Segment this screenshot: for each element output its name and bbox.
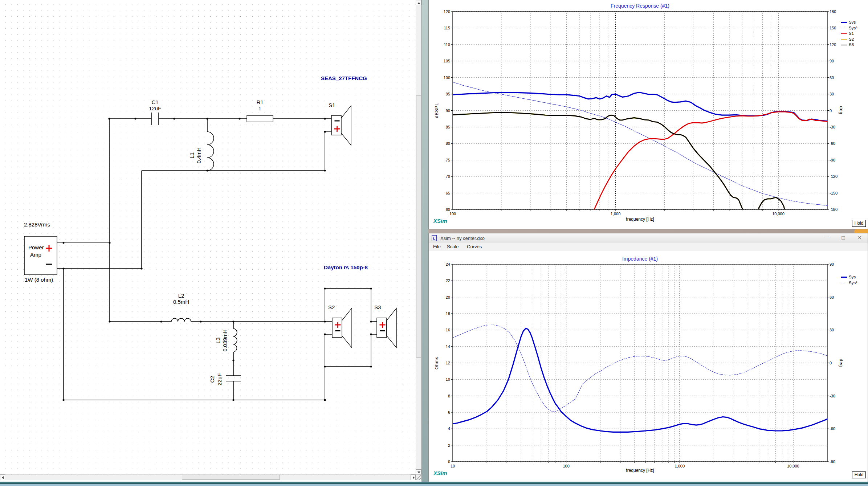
taskbar[interactable] bbox=[0, 482, 868, 486]
svg-text:100: 100 bbox=[449, 212, 456, 216]
svg-text:10: 10 bbox=[446, 377, 450, 381]
chart-title: Frequency Response (#1) bbox=[611, 3, 669, 9]
legend-label: Sys° bbox=[849, 26, 857, 30]
r1-value: 1 bbox=[258, 106, 261, 111]
l2-value: 0.5mH bbox=[173, 299, 189, 305]
r1-ref: R1 bbox=[256, 99, 263, 105]
s1-model: SEAS_27TFFNCG bbox=[321, 75, 367, 81]
svg-text:4: 4 bbox=[448, 426, 450, 431]
y-axis-label-right: deg bbox=[839, 106, 844, 114]
impedance-chart: Impedance (#1) Ohms deg frequency [Hz] X… bbox=[429, 233, 868, 481]
hold-button[interactable]: Hold bbox=[852, 471, 866, 478]
chart-title: Impedance (#1) bbox=[622, 256, 658, 262]
series-Sys bbox=[453, 93, 827, 121]
scroll-right-button[interactable] bbox=[411, 474, 416, 480]
speaker-s2-body bbox=[332, 318, 342, 338]
resistor-r1-body bbox=[247, 115, 273, 122]
speaker-s2-horn bbox=[342, 308, 352, 348]
svg-text:30: 30 bbox=[830, 92, 834, 96]
legend-swatch bbox=[841, 277, 847, 278]
svg-text:10,000: 10,000 bbox=[772, 212, 785, 216]
svg-text:-90: -90 bbox=[830, 158, 835, 162]
amp-power-label: 1W (8 ohm) bbox=[25, 277, 53, 282]
amp-name-line2: Amp bbox=[30, 252, 41, 257]
s2-ref: S2 bbox=[328, 305, 335, 310]
speaker-s3-horn bbox=[387, 308, 396, 348]
series-S3 bbox=[453, 113, 786, 218]
legend-swatch bbox=[841, 45, 847, 45]
svg-text:-180: -180 bbox=[830, 207, 838, 212]
scroll-up-button[interactable] bbox=[416, 0, 421, 5]
svg-text:85: 85 bbox=[446, 125, 450, 129]
series-Sys° bbox=[453, 325, 827, 412]
svg-text:30: 30 bbox=[830, 328, 834, 332]
xsim-logo: XSim bbox=[433, 218, 447, 224]
chart-plot: 6065707580859095100105110115120-180-150-… bbox=[429, 0, 868, 229]
svg-text:1,000: 1,000 bbox=[611, 212, 621, 216]
svg-text:100: 100 bbox=[563, 464, 569, 468]
svg-text:110: 110 bbox=[444, 42, 450, 47]
y-axis-label-right: deg bbox=[839, 359, 844, 367]
y-axis-label-left: dBSPL bbox=[434, 103, 439, 118]
svg-text:80: 80 bbox=[446, 141, 450, 146]
taskbar-lower-band bbox=[0, 484, 868, 486]
legend-swatch bbox=[841, 33, 847, 34]
legend-label: Sys° bbox=[849, 281, 857, 285]
svg-text:60: 60 bbox=[446, 207, 450, 212]
legend-label: Sys bbox=[849, 20, 856, 24]
schematic-vscroll-thumb[interactable] bbox=[416, 95, 421, 358]
scroll-right-icon bbox=[413, 476, 415, 479]
schematic-canvas[interactable]: 2.828VrmsPowerAmp1W (8 ohm)C112uFR11L10.… bbox=[0, 0, 416, 474]
scroll-up-icon bbox=[417, 2, 420, 4]
svg-text:-30: -30 bbox=[830, 125, 835, 129]
legend-item-Sys: Sys bbox=[841, 275, 857, 281]
legend-label: S3 bbox=[849, 42, 854, 47]
s2s3-model: Dayton rs 150p-8 bbox=[324, 265, 368, 270]
svg-text:150: 150 bbox=[830, 26, 836, 30]
svg-text:24: 24 bbox=[446, 262, 450, 266]
x-axis-label: frequency [Hz] bbox=[626, 468, 654, 473]
legend-label: S2 bbox=[849, 37, 854, 41]
legend-item-S1: S1 bbox=[841, 31, 857, 37]
desktop: 2.828VrmsPowerAmp1W (8 ohm)C112uFR11L10.… bbox=[0, 0, 868, 486]
legend-item-Sys°: Sys° bbox=[841, 281, 857, 286]
l3-ref: L3 bbox=[215, 338, 221, 344]
speaker-s1-body bbox=[331, 115, 341, 135]
legend-swatch bbox=[841, 39, 847, 40]
svg-text:120: 120 bbox=[830, 42, 836, 47]
legend-label: Sys bbox=[849, 275, 856, 279]
scroll-down-icon bbox=[417, 471, 420, 473]
schematic-hscroll-thumb[interactable] bbox=[182, 475, 280, 480]
impedance-window: L Xsim -- ny center.dxo — □ × FileScaleC… bbox=[428, 233, 868, 482]
legend-swatch bbox=[841, 22, 847, 23]
svg-text:-90: -90 bbox=[830, 460, 835, 464]
frequency-response-window: Frequency Response (#1) dBSPL deg freque… bbox=[428, 0, 868, 229]
wallpaper-detail bbox=[854, 229, 868, 233]
c1-value: 12uF bbox=[149, 106, 161, 111]
c2-value: 22uF bbox=[217, 373, 222, 385]
legend-swatch bbox=[841, 28, 847, 28]
svg-text:10,000: 10,000 bbox=[787, 464, 799, 468]
xsim-logo: XSim bbox=[433, 470, 447, 476]
resize-grip[interactable] bbox=[416, 475, 421, 480]
scroll-left-icon bbox=[2, 476, 4, 479]
svg-text:60: 60 bbox=[830, 75, 834, 80]
svg-text:-60: -60 bbox=[830, 141, 835, 146]
speaker-s1-horn bbox=[341, 106, 351, 145]
scroll-left-button[interactable] bbox=[0, 474, 5, 480]
s1-ref: S1 bbox=[329, 102, 335, 108]
svg-text:20: 20 bbox=[446, 295, 450, 299]
hold-button[interactable]: Hold bbox=[852, 220, 866, 227]
svg-text:10: 10 bbox=[451, 464, 455, 468]
amp-voltage-label: 2.828Vrms bbox=[24, 222, 50, 227]
svg-text:95: 95 bbox=[446, 92, 450, 96]
chart-plot: 024681012141618202224-90-60-300306090101… bbox=[429, 233, 868, 482]
scroll-down-button[interactable] bbox=[416, 469, 421, 474]
l2-ref: L2 bbox=[178, 293, 184, 298]
svg-text:18: 18 bbox=[446, 311, 450, 316]
svg-text:0: 0 bbox=[448, 460, 450, 464]
svg-text:14: 14 bbox=[446, 344, 450, 349]
svg-text:75: 75 bbox=[446, 158, 450, 162]
svg-text:-150: -150 bbox=[830, 191, 838, 195]
svg-text:12: 12 bbox=[446, 361, 450, 365]
